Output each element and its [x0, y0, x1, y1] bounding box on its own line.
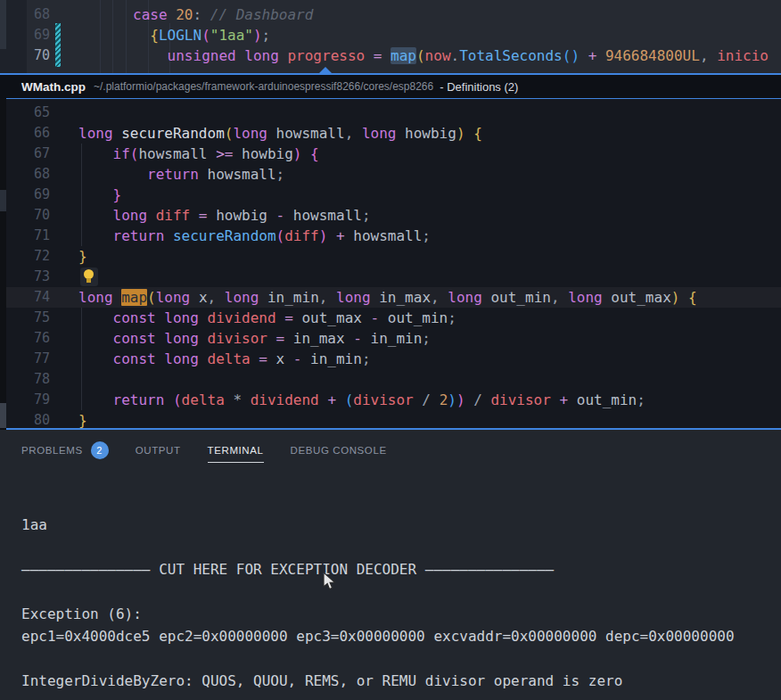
code-line[interactable]: 73	[0, 267, 781, 287]
line-number: 67	[0, 144, 50, 164]
lightbulb-icon[interactable]	[80, 268, 98, 286]
line-number: 70	[0, 205, 50, 226]
code-line[interactable]: 78	[0, 369, 781, 390]
code-line[interactable]: 70 unsigned long progresso = map(now.Tot…	[0, 45, 781, 66]
peek-header[interactable]: WMath.cpp ~/.platformio/packages/framewo…	[0, 75, 781, 99]
code-line[interactable]: 68 case 20: // Dashboard	[0, 4, 781, 25]
code-line[interactable]: 66long secureRandom(long howsmall, long …	[0, 123, 781, 144]
code-text: const long delta = x - in_min;	[78, 349, 371, 369]
bottom-panel: PROBLEMS2OUTPUTTERMINALDEBUG CONSOLE 1aa…	[0, 430, 781, 700]
code-line[interactable]: 69 {LOGLN("1aa");	[0, 25, 781, 45]
tab-label: OUTPUT	[136, 445, 181, 456]
code-text: }	[78, 246, 87, 267]
line-number: 69	[0, 25, 50, 45]
panel-tab-terminal[interactable]: TERMINAL	[208, 445, 264, 463]
mouse-cursor-icon	[323, 572, 337, 591]
line-number: 65	[0, 103, 50, 123]
terminal-output[interactable]: 1aa ——————————————— CUT HERE FOR EXCEPTI…	[21, 514, 770, 692]
tab-label: DEBUG CONSOLE	[291, 445, 387, 456]
code-line[interactable]: 75 const long dividend = out_max - out_m…	[0, 308, 781, 328]
code-line[interactable]: 67 if(howsmall >= howbig) {	[0, 144, 781, 164]
code-line[interactable]: 77 const long delta = x - in_min;	[0, 349, 781, 369]
window-edge	[0, 403, 6, 428]
code-text: long map(long x, long in_min, long in_ma…	[78, 287, 697, 308]
line-number: 72	[0, 246, 50, 267]
panel-tab-debug-console[interactable]: DEBUG CONSOLE	[291, 445, 387, 462]
code-text: const long dividend = out_max - out_min;	[78, 308, 456, 328]
editor[interactable]: 68 case 20: // Dashboard69 {LOGLN("1aa")…	[0, 0, 781, 73]
editor-code-lines[interactable]: 68 case 20: // Dashboard69 {LOGLN("1aa")…	[0, 4, 781, 66]
line-number: 71	[0, 226, 50, 246]
vscode-window: 68 case 20: // Dashboard69 {LOGLN("1aa")…	[0, 0, 781, 700]
line-number: 79	[0, 390, 50, 410]
code-text: return (delta * dividend + (divisor / 2)…	[78, 390, 645, 410]
code-text: case 20: // Dashboard	[64, 4, 313, 25]
panel-tab-problems[interactable]: PROBLEMS2	[21, 441, 109, 465]
line-number: 77	[0, 349, 50, 369]
code-line[interactable]: 65	[0, 103, 781, 123]
line-number: 69	[0, 185, 50, 205]
peek-view: WMath.cpp ~/.platformio/packages/framewo…	[0, 73, 781, 430]
peek-definitions-count: - Definitions (2)	[440, 80, 518, 94]
code-line[interactable]: 69 }	[0, 185, 781, 205]
code-text: long diff = howbig - howsmall;	[78, 205, 371, 226]
code-text: return howsmall;	[78, 164, 284, 185]
tab-label: PROBLEMS	[21, 445, 83, 456]
line-number: 75	[0, 308, 50, 328]
code-text: return secureRandom(diff) + howsmall;	[78, 226, 431, 246]
code-text: }	[78, 185, 121, 205]
tab-label: TERMINAL	[208, 445, 264, 456]
code-line[interactable]: 79 return (delta * dividend + (divisor /…	[0, 390, 781, 410]
code-text: const long divisor = in_max - in_min;	[78, 328, 431, 349]
code-line[interactable]: 68 return howsmall;	[0, 164, 781, 185]
code-line[interactable]: 76 const long divisor = in_max - in_min;	[0, 328, 781, 349]
peek-anchor-arrow-icon	[317, 67, 333, 75]
peek-editor[interactable]: 6566long secureRandom(long howsmall, lon…	[0, 99, 781, 428]
line-number: 66	[0, 123, 50, 144]
window-edge	[0, 190, 6, 211]
line-number: 80	[0, 410, 50, 428]
line-number: 68	[0, 4, 50, 25]
code-line[interactable]: 70 long diff = howbig - howsmall;	[0, 205, 781, 226]
code-line[interactable]: 80}	[0, 410, 781, 428]
line-number: 70	[0, 45, 50, 66]
code-text: long secureRandom(long howsmall, long ho…	[78, 123, 482, 144]
code-line[interactable]: 71 return secureRandom(diff) + howsmall;	[0, 226, 781, 246]
line-number: 76	[0, 328, 50, 349]
window-edge	[0, 0, 6, 49]
panel-tab-output[interactable]: OUTPUT	[136, 445, 181, 462]
code-text: }	[78, 410, 87, 428]
line-number: 74	[0, 287, 50, 308]
peek-code-lines[interactable]: 6566long secureRandom(long howsmall, lon…	[0, 103, 781, 428]
panel-tabs: PROBLEMS2OUTPUTTERMINALDEBUG CONSOLE	[21, 441, 414, 465]
code-text: if(howsmall >= howbig) {	[78, 144, 319, 164]
line-number: 73	[0, 267, 50, 287]
peek-file-name: WMath.cpp	[21, 80, 86, 94]
code-text: unsigned long progresso = map(now.TotalS…	[64, 45, 769, 66]
line-number: 68	[0, 164, 50, 185]
problems-count-badge: 2	[91, 441, 109, 459]
code-line[interactable]: 74long map(long x, long in_min, long in_…	[0, 287, 781, 308]
code-line[interactable]: 72}	[0, 246, 781, 267]
peek-file-path: ~/.platformio/packages/framework-arduino…	[94, 80, 433, 93]
code-text: {LOGLN("1aa");	[64, 25, 270, 45]
line-number: 78	[0, 369, 50, 390]
window-edge	[0, 98, 6, 430]
